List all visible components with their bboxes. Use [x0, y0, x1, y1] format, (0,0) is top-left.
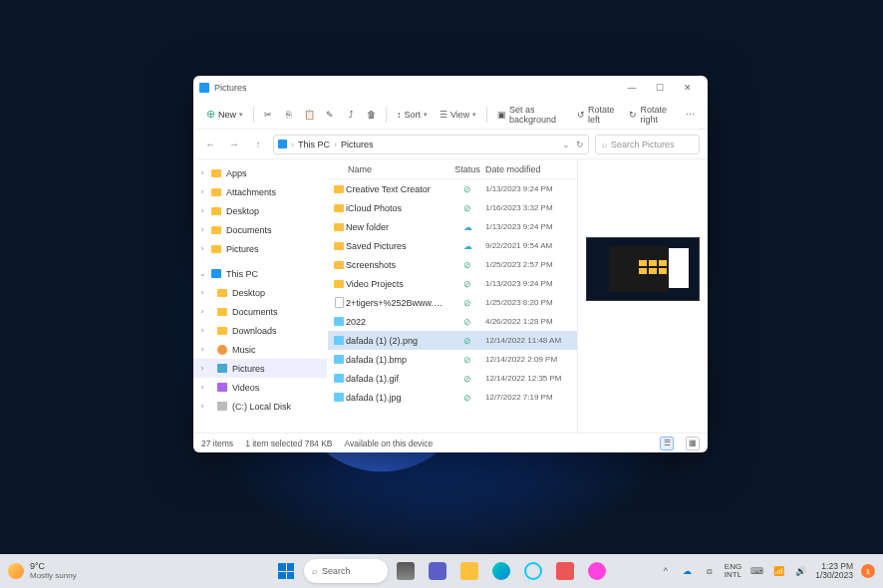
clock[interactable]: 1:23 PM1/30/2023 [815, 562, 853, 581]
file-row[interactable]: Video Projects⊘1/13/2023 9:24 PM [328, 274, 577, 293]
folder-icon [334, 261, 344, 269]
notification-badge[interactable]: 1 [861, 564, 875, 578]
onedrive-icon[interactable]: ☁ [681, 564, 695, 578]
file-explorer-window: Pictures — ☐ ✕ ⊕New▾ ✂ ⎘ 📋 ✎ ⤴ 🗑 ↕Sort▾ … [193, 76, 708, 452]
sidebar-item-attachments[interactable]: ›Attachments [193, 182, 327, 201]
sidebar-item-downloads[interactable]: ›Downloads [193, 321, 327, 340]
view-button[interactable]: ☰View▾ [435, 104, 481, 126]
folder-icon [211, 245, 221, 253]
wallpaper-icon: ▣ [497, 110, 506, 120]
titlebar[interactable]: Pictures — ☐ ✕ [193, 76, 708, 100]
app-button-2[interactable] [583, 557, 611, 585]
minimize-button[interactable]: — [618, 76, 646, 100]
bluetooth-icon[interactable]: ⧈ [703, 564, 717, 578]
rotate-left-button[interactable]: ↺Rotate left [572, 104, 623, 126]
sidebar-item-desktop[interactable]: ›Desktop [193, 201, 327, 220]
search-input[interactable]: ⌕ Search Pictures [595, 135, 700, 154]
file-list: Name Status Date modified Creative Text … [328, 159, 578, 433]
task-view-button[interactable] [392, 557, 420, 585]
rename-button[interactable]: ✎ [321, 104, 340, 126]
toolbar: ⊕New▾ ✂ ⎘ 📋 ✎ ⤴ 🗑 ↕Sort▾ ☰View▾ ▣Set as … [193, 100, 708, 130]
file-date: 4/26/2022 1:28 PM [485, 317, 577, 326]
tray-expand-button[interactable]: ^ [659, 564, 673, 578]
share-button[interactable]: ⤴ [342, 104, 361, 126]
file-row[interactable]: dafada (1).jpg⊘12/7/2022 7:19 PM [328, 388, 577, 407]
file-row[interactable]: dafada (1) (2).png⊘12/14/2022 11:48 AM [328, 331, 577, 350]
sidebar-item-desktop[interactable]: ›Desktop [193, 283, 327, 302]
maximize-button[interactable]: ☐ [646, 76, 674, 100]
delete-button[interactable]: 🗑 [362, 104, 381, 126]
refresh-icon[interactable]: ↻ [576, 140, 584, 149]
file-row[interactable]: Creative Text Creator⊘1/13/2023 9:24 PM [328, 179, 577, 198]
sidebar-item-videos[interactable]: ›Videos [193, 378, 327, 397]
new-button[interactable]: ⊕New▾ [201, 104, 248, 126]
sidebar-this-pc[interactable]: ⌄This PC [193, 264, 327, 283]
volume-icon[interactable]: 🔊 [793, 564, 807, 578]
file-explorer-button[interactable] [455, 557, 483, 585]
image-icon [334, 355, 344, 364]
status-icon: ⊘ [449, 336, 485, 346]
details-view-button[interactable]: ☰ [660, 437, 674, 450]
close-button[interactable]: ✕ [674, 76, 702, 100]
sidebar-item-label: Apps [226, 168, 247, 178]
folder-icon [460, 562, 478, 580]
app-button-1[interactable] [551, 557, 579, 585]
back-button[interactable]: ← [201, 136, 219, 153]
vid-icon [217, 383, 227, 392]
file-name: 2+tigers+%252Bwww.cute-pictures.blogs... [346, 298, 449, 308]
breadcrumb[interactable]: › This PC › Pictures ⌄↻ [273, 135, 589, 154]
status-icon: ⊘ [449, 298, 485, 308]
preview-thumbnail [586, 237, 700, 301]
network-icon[interactable]: ⌨ [749, 564, 763, 578]
sidebar-item-apps[interactable]: ›Apps [193, 163, 327, 182]
folder-icon [217, 289, 227, 297]
edge-icon [492, 562, 510, 580]
paste-button[interactable]: 📋 [300, 104, 319, 126]
thumbnails-view-button[interactable]: ▦ [686, 437, 700, 450]
copy-button[interactable]: ⎘ [280, 104, 299, 126]
column-header[interactable]: Name Status Date modified [328, 159, 577, 179]
sidebar-item-documents[interactable]: ›Documents [193, 302, 327, 321]
rotate-right-button[interactable]: ↻Rotate right [624, 104, 679, 126]
file-row[interactable]: Saved Pictures☁9/22/2021 9:54 AM [328, 236, 577, 255]
sidebar-item-pictures[interactable]: ›Pictures [193, 359, 327, 378]
folder-icon [211, 226, 221, 234]
sidebar-item-pictures[interactable]: ›Pictures [193, 239, 327, 258]
chat-button[interactable] [424, 557, 451, 585]
more-button[interactable]: ⋯ [681, 104, 700, 126]
folder-icon [217, 327, 227, 335]
forward-button[interactable]: → [225, 136, 243, 153]
file-row[interactable]: 2+tigers+%252Bwww.cute-pictures.blogs...… [328, 293, 577, 312]
sidebar-item-music[interactable]: ›Music [193, 340, 327, 359]
weather-widget[interactable]: 9°C Mostly sunny [8, 562, 77, 581]
file-row[interactable]: New folder☁1/13/2023 9:24 PM [328, 217, 577, 236]
file-row[interactable]: dafada (1).bmp⊘12/14/2022 2:09 PM [328, 350, 577, 369]
paste-icon: 📋 [304, 110, 315, 120]
taskbar-search[interactable]: ⌕Search [304, 559, 388, 583]
cut-button[interactable]: ✂ [259, 104, 278, 126]
up-button[interactable]: ↑ [249, 136, 267, 153]
sidebar-item--c-local-disk[interactable]: ›(C:) Local Disk [193, 397, 327, 416]
language-button[interactable]: ENGINTL [725, 563, 741, 579]
file-row[interactable]: 2022⊘4/26/2022 1:28 PM [328, 312, 577, 331]
status-icon: ⊘ [449, 393, 485, 403]
sidebar-item-label: Music [232, 345, 256, 355]
image-icon [334, 393, 344, 402]
file-name: Video Projects [346, 279, 449, 289]
sidebar-item-documents[interactable]: ›Documents [193, 220, 327, 239]
chevron-down-icon[interactable]: ⌄ [562, 140, 570, 149]
status-icon: ⊘ [449, 184, 485, 194]
sort-button[interactable]: ↕Sort▾ [392, 104, 433, 126]
set-background-button[interactable]: ▣Set as background [492, 104, 570, 126]
edge-button[interactable] [487, 557, 515, 585]
file-row[interactable]: dafada (1).gif⊘12/14/2022 12:35 PM [328, 369, 577, 388]
file-row[interactable]: iCloud Photos⊘1/16/2023 3:32 PM [328, 198, 577, 217]
start-button[interactable] [272, 557, 300, 585]
wifi-icon[interactable]: 📶 [771, 564, 785, 578]
chat-icon [429, 562, 446, 580]
app-icon [556, 562, 574, 580]
file-date: 1/13/2023 9:24 PM [485, 184, 577, 193]
file-row[interactable]: Screenshots⊘1/25/2023 2:57 PM [328, 255, 577, 274]
sidebar-item-label: Pictures [232, 364, 265, 374]
cortana-button[interactable] [519, 557, 547, 585]
